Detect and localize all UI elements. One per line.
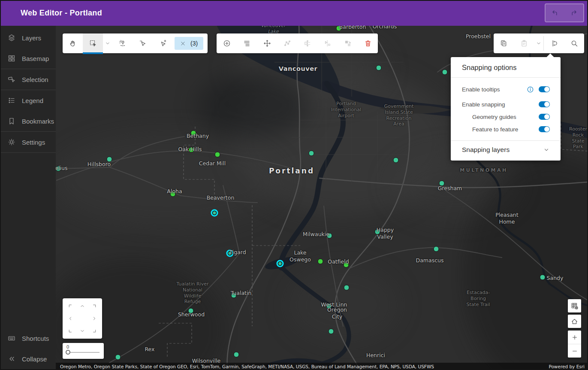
- zoom-out-button[interactable]: [568, 344, 581, 358]
- copy-button[interactable]: [494, 33, 514, 53]
- map-point[interactable]: [376, 65, 382, 71]
- map-shading: [232, 69, 455, 215]
- sidebar-item-legend[interactable]: Legend: [0, 90, 56, 111]
- feature-templates-button[interactable]: [237, 33, 257, 53]
- pan-down-button[interactable]: [76, 325, 88, 337]
- pan-right-button[interactable]: [88, 312, 100, 325]
- pan-up-button[interactable]: [76, 300, 88, 312]
- map-point-selected[interactable]: [278, 261, 283, 266]
- snap-row-label: Feature to feature: [472, 126, 539, 133]
- sidebar-item-shortcuts[interactable]: Shortcuts: [0, 328, 56, 349]
- map-point[interactable]: [344, 262, 349, 268]
- geometry-guides-toggle[interactable]: [539, 114, 550, 120]
- zoom-in-button[interactable]: [568, 331, 581, 344]
- map-point[interactable]: [107, 157, 112, 162]
- magnet-icon: [550, 39, 558, 47]
- select-by-polygon-tool[interactable]: [112, 33, 133, 53]
- pan-tool[interactable]: [63, 33, 83, 53]
- map-point[interactable]: [329, 329, 334, 334]
- pan-left-button[interactable]: [64, 312, 76, 325]
- map-point[interactable]: [309, 151, 314, 156]
- paste-icon: [520, 39, 528, 47]
- rotation-slider-handle[interactable]: [66, 350, 70, 355]
- clear-selection-button[interactable]: (3): [175, 37, 203, 50]
- sidebar-item-bookmarks[interactable]: Bookmarks: [0, 111, 56, 131]
- map-label-portland: Portland International Airport: [331, 101, 361, 118]
- map-point[interactable]: [393, 158, 399, 163]
- sidebar-item-label: Layers: [22, 34, 41, 42]
- map-point[interactable]: [188, 308, 194, 314]
- enable-tooltips-toggle[interactable]: [539, 86, 550, 92]
- map-point[interactable]: [115, 355, 121, 360]
- delete-button[interactable]: [358, 33, 378, 53]
- pan-down-left-button[interactable]: [64, 325, 76, 337]
- map-point[interactable]: [327, 233, 332, 239]
- map-point[interactable]: [375, 229, 380, 235]
- map-point[interactable]: [344, 285, 350, 291]
- add-to-selection-tool[interactable]: [153, 33, 173, 53]
- map-label-damascus: Damascus: [416, 257, 444, 264]
- snapping-layers-section[interactable]: Snapping layers: [451, 141, 561, 161]
- select-options-dropdown[interactable]: [103, 33, 112, 53]
- pan-up-right-button[interactable]: [88, 300, 100, 312]
- attribution-sources: Oregon Metro, Oregon State Parks, State …: [60, 364, 434, 369]
- map-point[interactable]: [56, 166, 61, 172]
- map-point[interactable]: [170, 191, 176, 197]
- layers-icon: [8, 34, 15, 42]
- map-point[interactable]: [439, 181, 445, 186]
- reshape-tool[interactable]: [297, 33, 317, 53]
- map-point[interactable]: [442, 70, 448, 75]
- sidebar-item-settings[interactable]: Settings: [0, 132, 56, 152]
- legend-icon: [8, 97, 15, 104]
- powered-by-esri: Powered by Esri: [549, 364, 585, 369]
- move-icon: [263, 39, 271, 47]
- snapping-button[interactable]: [544, 33, 564, 53]
- map-label-milwaukie: Milwaukie: [303, 231, 329, 238]
- map-point[interactable]: [189, 147, 194, 153]
- feature-table-button[interactable]: [568, 299, 581, 312]
- feature-table-group: [568, 299, 581, 312]
- paste-options-dropdown[interactable]: [534, 33, 543, 53]
- pan-down-right-button[interactable]: [88, 325, 100, 337]
- create-features-button[interactable]: [217, 33, 237, 53]
- sidebar-item-layers[interactable]: Layers: [0, 27, 56, 48]
- map-label-west-linn: West Linn: [321, 301, 347, 308]
- map-point[interactable]: [231, 293, 237, 298]
- map-point[interactable]: [326, 303, 332, 309]
- feature-to-feature-toggle[interactable]: [539, 126, 550, 132]
- move-tool[interactable]: [257, 33, 277, 53]
- home-button[interactable]: [568, 315, 581, 328]
- sidebar-item-basemap[interactable]: Basemap: [0, 48, 56, 69]
- pan-up-left-button[interactable]: [64, 300, 76, 312]
- map-point[interactable]: [191, 130, 196, 136]
- attribution-bar: Oregon Metro, Oregon State Parks, State …: [56, 363, 588, 370]
- select-rectangle-tool[interactable]: [83, 33, 103, 53]
- rotation-slider-track[interactable]: [66, 352, 100, 353]
- map-point[interactable]: [234, 352, 239, 358]
- undo-button[interactable]: [546, 4, 564, 21]
- sidebar-item-collapse[interactable]: Collapse: [0, 349, 56, 369]
- paste-button[interactable]: [514, 33, 534, 53]
- map-label-gresham: Gresham: [438, 185, 462, 192]
- map-point[interactable]: [434, 246, 439, 252]
- subtract-from-selection-tool[interactable]: [133, 33, 153, 53]
- map-point[interactable]: [336, 26, 342, 31]
- edit-vertices-tool[interactable]: [277, 33, 297, 53]
- map-label-oregon: Oregon City: [327, 306, 347, 320]
- map-point-selected[interactable]: [212, 211, 217, 215]
- sidebar-item-selection[interactable]: Selection: [0, 69, 56, 90]
- search-button[interactable]: [564, 33, 584, 53]
- split-tool[interactable]: [317, 33, 338, 53]
- map-point[interactable]: [540, 275, 546, 280]
- vertices-icon: [283, 39, 291, 47]
- map-point[interactable]: [318, 259, 323, 264]
- map-point[interactable]: [215, 152, 220, 158]
- redo-button[interactable]: [564, 4, 583, 21]
- enable-snapping-toggle[interactable]: [539, 101, 550, 107]
- map-label-bethany: Bethany: [187, 133, 209, 140]
- info-icon[interactable]: [527, 86, 534, 93]
- map-canvas[interactable]: Vancouver LakeBarbertonOrchardsProebstel…: [56, 26, 588, 370]
- map-point-selected[interactable]: [228, 251, 232, 256]
- duplicate-tool[interactable]: [338, 33, 358, 53]
- map-label-vancouver: Vancouver: [279, 65, 317, 73]
